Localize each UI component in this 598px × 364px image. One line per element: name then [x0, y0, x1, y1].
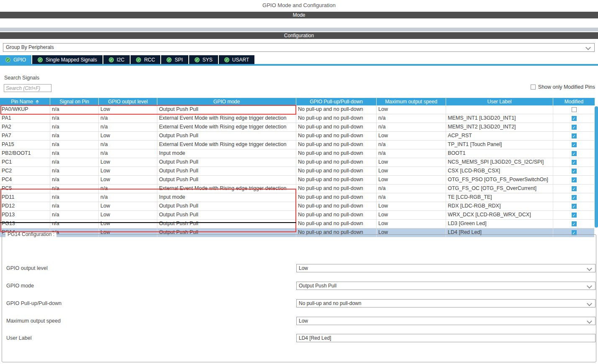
cell-user-label [446, 105, 553, 114]
modified-checkbox[interactable]: ✓ [572, 221, 577, 226]
show-only-modified-pins-toggle[interactable]: Show only Modified Pins [531, 84, 595, 90]
modified-checkbox[interactable]: ✓ [572, 116, 577, 121]
modified-checkbox[interactable]: ✓ [572, 142, 577, 147]
config-field-user-label: User LabelLD4 [Red Led] [6, 334, 595, 342]
cell-gpio-mode: Output Push Pull [157, 176, 296, 184]
pin-configuration-legend: PG14 Configuration : [5, 231, 56, 237]
tab-label: SPI [175, 57, 182, 63]
column-header-user-label[interactable]: User Label [446, 98, 553, 105]
column-header-pin-name[interactable]: Pin Name [0, 98, 50, 105]
table-row-pa7[interactable]: PA7n/aLowOutput Push PullNo pull-up and … [0, 132, 595, 141]
table-row-pc2[interactable]: PC2n/aLowOutput Push PullNo pull-up and … [0, 167, 595, 176]
configuration-section-bar[interactable]: Configuration [0, 32, 598, 39]
active-tab-underline [0, 64, 598, 66]
cell-modified: ✓ [553, 167, 595, 175]
table-scrollbar[interactable] [594, 105, 598, 239]
modified-checkbox[interactable]: ✓ [572, 213, 577, 218]
chevron-down-icon [587, 266, 592, 271]
cell-max-output-speed: n/a [376, 149, 446, 158]
config-field-select[interactable]: Output Push Pull [296, 282, 595, 290]
cell-gpio-mode: Output Push Pull [157, 167, 296, 175]
cell-user-label: NCS_MEMS_SPI [L3GD20_CS_I2C/SPI] [446, 158, 553, 167]
splitter-strip [0, 28, 598, 31]
cell-user-label: WRX_DCX [LCD-RGB_WRX_DCX] [446, 211, 553, 219]
cell-gpio-output-level: n/a [98, 123, 157, 131]
table-row-pa2[interactable]: PA2n/an/aExternal Event Mode with Rising… [0, 123, 595, 132]
modified-checkbox[interactable]: ✓ [572, 125, 577, 130]
column-header-signal-on-pin[interactable]: Signal on Pin [50, 98, 98, 105]
cell-user-label: TE [LCD-RGB_TE] [446, 193, 553, 202]
column-header-gpio-mode[interactable]: GPIO mode [157, 98, 296, 105]
column-header-modified[interactable]: Modified [553, 98, 595, 105]
tab-usart[interactable]: ✓USART [219, 55, 254, 64]
column-header-maximum-output-speed[interactable]: Maximum output speed [376, 98, 446, 105]
table-row-pc4[interactable]: PC4n/aLowOutput Push PullNo pull-up and … [0, 176, 595, 185]
search-input[interactable] [4, 84, 51, 92]
cell-pin-name: PD12 [0, 202, 50, 210]
modified-checkbox[interactable]: ✓ [572, 195, 577, 200]
cell-gpio-mode: Input mode [157, 149, 296, 158]
table-row-pb2-boot1[interactable]: PB2/BOOT1n/an/aInput modeNo pull-up and … [0, 149, 595, 158]
chevron-down-icon [585, 45, 591, 50]
column-header-gpio-pull-up-pull-down[interactable]: GPIO Pull-up/Pull-down [296, 98, 376, 105]
cell-user-label: MEMS_INT1 [L3GD20_INT1] [446, 114, 553, 123]
table-row-pa0-wkup[interactable]: PA0/WKUPn/aLowOutput Push PullNo pull-up… [0, 105, 595, 114]
config-field-select[interactable]: Low [296, 317, 595, 325]
cell-modified: ✓ [553, 114, 595, 123]
modified-checkbox[interactable]: ✓ [572, 186, 577, 191]
config-field-input[interactable]: LD4 [Red Led] [296, 334, 595, 342]
cell-signal-on-pin: n/a [50, 211, 98, 219]
modified-checkbox[interactable]: ✓ [572, 151, 577, 156]
config-field-select[interactable]: Low [296, 264, 595, 272]
cell-max-output-speed: n/a [376, 193, 446, 202]
column-header-label: GPIO mode [213, 99, 240, 105]
modified-checkbox[interactable]: ✓ [572, 133, 577, 138]
table-row-pd11[interactable]: PD11n/an/aInput modeNo pull-up and no pu… [0, 193, 595, 202]
modified-checkbox[interactable] [572, 107, 577, 112]
config-field-label: GPIO Pull-up/Pull-down [6, 299, 62, 308]
tab-rcc[interactable]: ✓RCC [131, 55, 160, 64]
table-row-pa15[interactable]: PA15n/an/aExternal Event Mode with Risin… [0, 141, 595, 149]
chevron-down-icon [587, 283, 592, 289]
cell-max-output-speed: Low [376, 176, 446, 184]
table-row-pa1[interactable]: PA1n/an/aExternal Event Mode with Rising… [0, 114, 595, 123]
cell-gpio-mode: Output Push Pull [157, 132, 296, 140]
table-row-pg13[interactable]: PG13n/aLowOutput Push PullNo pull-up and… [0, 220, 595, 228]
tab-i2c[interactable]: ✓I2C [103, 55, 130, 64]
search-signals-label: Search Signals [4, 75, 39, 81]
tab-single-mapped-signals[interactable]: ✓Single Mapped Signals [32, 55, 103, 64]
tab-spi[interactable]: ✓SPI [161, 55, 188, 64]
table-scrollbar-thumb[interactable] [595, 106, 598, 228]
cell-user-label: OTG_FS_PSO [OTG_FS_PowerSwitchOn] [446, 176, 553, 184]
tab-gpio[interactable]: ✓GPIO [0, 55, 31, 64]
cell-pull-up-pull-down: No pull-up and no pull-down [296, 149, 376, 158]
group-by-dropdown[interactable]: Group By Peripherals [3, 43, 595, 52]
table-row-pd12[interactable]: PD12n/aLowOutput Push PullNo pull-up and… [0, 202, 595, 211]
config-field-select[interactable]: No pull-up and no pull-down [296, 299, 595, 308]
cell-pin-name: PA1 [0, 114, 50, 123]
config-field-maximum-output-speed: Maximum output speedLow [6, 317, 595, 325]
cell-signal-on-pin: n/a [50, 176, 98, 184]
mode-section-bar[interactable]: Mode [0, 12, 598, 18]
cell-gpio-output-level: Low [98, 220, 157, 228]
cell-gpio-output-level: n/a [98, 114, 157, 123]
green-check-circle-icon: ✓ [167, 57, 172, 62]
peripheral-tab-bar: ✓GPIO✓Single Mapped Signals✓I2C✓RCC✓SPI✓… [0, 55, 255, 64]
cell-max-output-speed: n/a [376, 141, 446, 149]
cell-pin-name: PC1 [0, 158, 50, 167]
cell-pull-up-pull-down: No pull-up and no pull-down [296, 132, 376, 140]
modified-checkbox[interactable]: ✓ [572, 160, 577, 165]
cell-gpio-output-level: Low [98, 211, 157, 219]
cell-pull-up-pull-down: No pull-up and no pull-down [296, 167, 376, 175]
cell-pin-name: PB2/BOOT1 [0, 149, 50, 158]
config-field-gpio-mode: GPIO modeOutput Push Pull [6, 282, 595, 290]
table-row-pc5[interactable]: PC5n/an/aExternal Event Mode with Rising… [0, 185, 595, 193]
table-row-pd13[interactable]: PD13n/aLowOutput Push PullNo pull-up and… [0, 211, 595, 220]
table-row-pc1[interactable]: PC1n/aLowOutput Push PullNo pull-up and … [0, 158, 595, 167]
modified-checkbox[interactable]: ✓ [572, 169, 577, 174]
modified-checkbox[interactable]: ✓ [572, 204, 577, 209]
modified-checkbox[interactable]: ✓ [572, 177, 577, 182]
show-only-modified-checkbox[interactable] [531, 85, 536, 90]
tab-sys[interactable]: ✓SYS [189, 55, 218, 64]
column-header-gpio-output-level[interactable]: GPIO output level [98, 98, 157, 105]
